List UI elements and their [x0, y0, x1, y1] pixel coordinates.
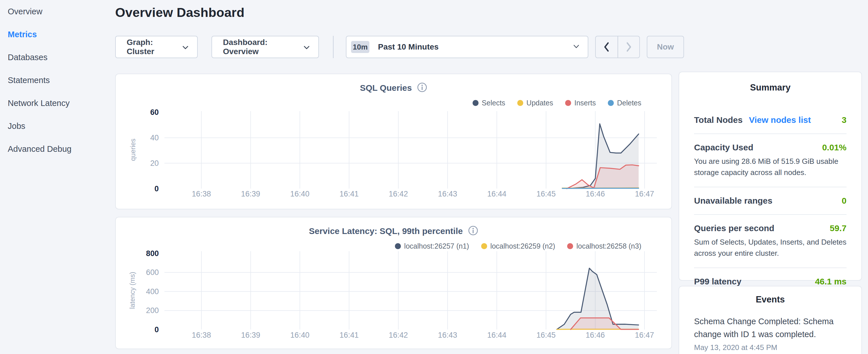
now-button[interactable]: Now	[647, 36, 684, 58]
legend-dot	[481, 243, 487, 249]
x-tick-label: 16:39	[241, 331, 260, 340]
events-panel: Events Schema Change Completed: Schema c…	[679, 286, 862, 354]
summary-row-total-nodes: Total Nodes View nodes list 3	[694, 115, 846, 125]
x-tick-label: 16:45	[536, 331, 556, 340]
summary-value: 59.7	[830, 223, 846, 233]
x-tick-label: 16:38	[192, 331, 211, 340]
sidebar-item-statements[interactable]: Statements	[0, 69, 115, 92]
info-icon[interactable]	[417, 82, 427, 94]
summary-panel: Summary Total Nodes View nodes list 3 Ca…	[679, 72, 862, 281]
summary-label: Unavailable ranges	[694, 196, 772, 206]
chart-header: SQL Queries	[116, 82, 672, 94]
sidebar: Overview Metrics Databases Statements Ne…	[0, 0, 115, 354]
series-area	[567, 165, 639, 189]
legend-item: localhost:26257 (n1)	[395, 242, 469, 250]
sidebar-item-overview[interactable]: Overview	[0, 0, 115, 23]
x-tick-label: 16:42	[389, 331, 408, 340]
legend-item: Deletes	[608, 99, 641, 107]
sidebar-item-metrics[interactable]: Metrics	[0, 23, 115, 46]
x-tick-label: 16:39	[241, 190, 260, 198]
legend-dot	[517, 100, 523, 106]
sidebar-item-network-latency[interactable]: Network Latency	[0, 92, 115, 115]
sidebar-item-advanced-debug[interactable]: Advanced Debug	[0, 137, 115, 160]
x-tick-label: 16:46	[586, 190, 605, 198]
y-tick-label: 400	[146, 287, 159, 296]
summary-row-queries-per-second: Queries per second 59.7	[694, 223, 846, 233]
summary-label: Queries per second	[694, 223, 774, 233]
x-tick-label: 16:47	[635, 190, 654, 198]
legend-dot	[608, 100, 614, 106]
dashboard-select-dropdown[interactable]: Dashboard: Overview	[212, 36, 319, 58]
graph-scope-dropdown[interactable]: Graph: Cluster	[115, 36, 198, 58]
x-tick-label: 16:42	[389, 190, 408, 198]
chart-title: Service Latency: SQL, 99th percentile	[309, 226, 463, 236]
y-tick-label: 800	[146, 249, 159, 258]
sql-queries-chart-card: 16:3816:3916:4016:4116:4216:4316:4416:45…	[115, 74, 672, 210]
summary-label: P99 latency	[694, 277, 741, 286]
y-axis-unit-label: latency (ms)	[128, 272, 136, 309]
legend-dot	[567, 243, 573, 249]
x-tick-label: 16:40	[290, 190, 309, 198]
chevron-down-icon	[182, 42, 189, 52]
legend-item: Selects	[472, 99, 505, 107]
divider	[694, 214, 846, 215]
info-icon[interactable]	[468, 225, 478, 237]
y-tick-label: 200	[146, 306, 159, 315]
x-tick-label: 16:38	[192, 190, 211, 198]
time-range-badge: 10m	[351, 41, 369, 53]
legend-item: Updates	[517, 99, 553, 107]
summary-value: 3	[842, 115, 846, 125]
legend-label: localhost:26258 (n3)	[576, 242, 641, 250]
next-window-button[interactable]	[618, 36, 639, 58]
graph-scope-label: Graph: Cluster	[127, 38, 182, 56]
summary-value: 0	[842, 196, 846, 206]
time-range-picker[interactable]: 10m Past 10 Minutes	[346, 36, 588, 58]
service-latency-chart[interactable]: 16:3816:3916:4016:4116:4216:4316:4416:45…	[116, 217, 672, 349]
legend-dot	[395, 243, 401, 249]
chart-legend: localhost:26257 (n1)localhost:26259 (n2)…	[395, 242, 641, 250]
time-window-pager	[595, 36, 640, 58]
summary-subtext: You are using 28.6 MiB of 515.9 GiB usab…	[694, 156, 846, 178]
summary-row-capacity-used: Capacity Used 0.01%	[694, 142, 846, 152]
chevron-right-icon	[625, 42, 632, 52]
x-tick-label: 16:43	[438, 190, 457, 198]
x-tick-label: 16:40	[290, 331, 309, 340]
summary-row-unavailable-ranges: Unavailable ranges 0	[694, 196, 846, 206]
previous-window-button[interactable]	[596, 36, 618, 58]
legend-dot	[565, 100, 571, 106]
chart-title: SQL Queries	[360, 83, 412, 93]
divider	[694, 187, 846, 187]
summary-label: Capacity Used	[694, 142, 753, 152]
summary-title: Summary	[694, 83, 846, 93]
legend-item: localhost:26259 (n2)	[481, 242, 555, 250]
x-tick-label: 16:46	[586, 331, 605, 340]
service-latency-chart-card: 16:3816:3916:4016:4116:4216:4316:4416:45…	[115, 217, 672, 349]
x-tick-label: 16:47	[635, 331, 654, 340]
legend-label: localhost:26259 (n2)	[490, 242, 555, 250]
y-tick-label: 60	[150, 108, 159, 117]
event-timestamp: May 13, 2020 at 4:45 PM	[694, 343, 846, 352]
summary-label: Total Nodes	[694, 115, 743, 125]
legend-label: localhost:26257 (n1)	[404, 242, 469, 250]
dashboard-controls: Graph: Cluster Dashboard: Overview 10m P…	[115, 36, 688, 58]
chart-header: Service Latency: SQL, 99th percentile	[116, 225, 672, 237]
y-tick-label: 40	[150, 133, 159, 142]
chevron-left-icon	[603, 42, 610, 52]
sql-queries-chart[interactable]: 16:3816:3916:4016:4116:4216:4316:4416:45…	[116, 74, 672, 209]
y-axis-unit-label: queries	[129, 139, 137, 161]
legend-item: localhost:26258 (n3)	[567, 242, 641, 250]
view-nodes-list-link[interactable]: View nodes list	[749, 115, 811, 125]
sidebar-item-databases[interactable]: Databases	[0, 46, 115, 69]
legend-label: Updates	[526, 99, 553, 107]
sidebar-item-jobs[interactable]: Jobs	[0, 115, 115, 137]
dashboard-select-label: Dashboard: Overview	[223, 38, 304, 56]
x-tick-label: 16:43	[438, 331, 457, 340]
y-tick-label: 600	[146, 268, 159, 277]
x-tick-label: 16:45	[536, 190, 556, 198]
event-message[interactable]: Schema Change Completed: Schema change w…	[694, 315, 846, 341]
legend-label: Selects	[482, 99, 505, 107]
x-tick-label: 16:44	[487, 331, 506, 340]
legend-label: Deletes	[617, 99, 641, 107]
y-tick-label: 0	[154, 185, 159, 193]
legend-label: Inserts	[574, 99, 596, 107]
